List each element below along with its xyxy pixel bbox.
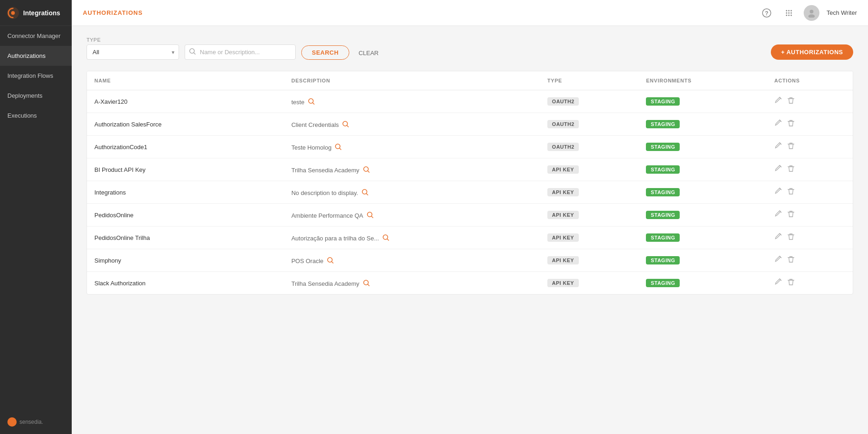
search-input[interactable]	[185, 44, 296, 60]
delete-icon[interactable]	[787, 256, 794, 264]
type-badge: API KEY	[547, 165, 579, 174]
delete-icon[interactable]	[787, 142, 794, 151]
grid-button[interactable]	[781, 6, 796, 20]
sensedia-label: sensedia.	[19, 419, 43, 425]
delete-icon[interactable]	[787, 278, 794, 287]
cell-name: PedidosOnline	[87, 204, 284, 226]
env-badge: STAGING	[646, 97, 680, 106]
topbar: AUTHORIZATIONS ?	[72, 0, 868, 26]
edit-icon[interactable]	[775, 142, 782, 151]
type-select[interactable]: All OAUTH2 API KEY BASIC	[87, 44, 179, 60]
cell-type: OAUTH2	[540, 113, 639, 136]
cell-environment: STAGING	[639, 90, 767, 113]
sidebar-item-integration-flows[interactable]: Integration Flows	[0, 66, 72, 86]
edit-icon[interactable]	[775, 210, 782, 219]
delete-icon[interactable]	[787, 120, 794, 128]
delete-icon[interactable]	[787, 165, 794, 174]
env-badge: STAGING	[646, 143, 680, 151]
type-select-wrapper: All OAUTH2 API KEY BASIC ▾	[87, 44, 179, 60]
type-badge: API KEY	[547, 188, 579, 196]
delete-icon[interactable]	[787, 188, 794, 196]
sidebar-item-deployments[interactable]: Deployments	[0, 86, 72, 106]
cell-environment: STAGING	[639, 272, 767, 295]
svg-line-24	[368, 171, 369, 172]
row-search-icon[interactable]	[367, 212, 373, 220]
cell-type: API KEY	[540, 249, 639, 272]
delete-icon[interactable]	[787, 97, 794, 106]
sensedia-branding: sensedia.	[7, 417, 43, 427]
table-body: A-Xavier120testeOAUTH2STAGINGAuthorizati…	[87, 90, 853, 295]
cell-description: Trilha Sensedia Academy	[284, 273, 540, 294]
svg-point-5	[788, 10, 789, 11]
topbar-actions: ?	[759, 5, 857, 21]
row-search-icon[interactable]	[383, 234, 389, 242]
search-button[interactable]: SEARCH	[301, 45, 349, 60]
row-search-icon[interactable]	[363, 166, 370, 174]
sensedia-dot-icon	[7, 417, 17, 427]
svg-line-30	[387, 239, 389, 240]
cell-description: Teste Homolog	[284, 137, 540, 158]
cell-environment: STAGING	[639, 226, 767, 249]
svg-line-20	[347, 126, 348, 127]
cell-name: BI Product API Key	[87, 158, 284, 181]
table-header-row: NAME DESCRIPTION TYPE ENVIRONMENTS ACTIO…	[87, 71, 853, 90]
row-search-icon[interactable]	[335, 144, 341, 151]
cell-environment: STAGING	[639, 136, 767, 158]
row-search-icon[interactable]	[308, 98, 315, 106]
cell-name: PedidosOnline Trilha	[87, 226, 284, 249]
edit-icon[interactable]	[775, 233, 782, 242]
sidebar-item-executions[interactable]: Executions	[0, 106, 72, 126]
row-search-icon[interactable]	[362, 189, 368, 197]
content-area: Type All OAUTH2 API KEY BASIC ▾	[72, 26, 868, 434]
delete-icon[interactable]	[787, 210, 794, 219]
clear-button[interactable]: CLEAR	[355, 46, 382, 60]
edit-icon[interactable]	[775, 120, 782, 128]
cell-actions	[767, 136, 853, 157]
svg-point-9	[790, 12, 792, 13]
edit-icon[interactable]	[775, 256, 782, 264]
cell-actions	[767, 249, 853, 271]
brand-logo-icon	[6, 6, 19, 19]
type-badge: API KEY	[547, 256, 579, 264]
username-label: Tech Writer	[827, 9, 857, 16]
sidebar-item-connector-manager[interactable]: Connector Manager	[0, 26, 72, 46]
row-search-icon[interactable]	[327, 257, 334, 265]
svg-line-22	[340, 148, 341, 150]
cell-description: POS Oracle	[284, 251, 540, 271]
cell-environment: STAGING	[639, 249, 767, 272]
svg-line-32	[332, 262, 333, 263]
cell-actions	[767, 90, 853, 112]
type-filter-group: Type All OAUTH2 API KEY BASIC ▾	[87, 37, 179, 60]
cell-actions	[767, 113, 853, 135]
row-search-icon[interactable]	[363, 280, 370, 288]
table-row: PedidosOnlineAmbiente Performance QAAPI …	[87, 204, 853, 226]
cell-actions	[767, 272, 853, 294]
add-authorization-button[interactable]: + AUTHORIZATIONS	[771, 44, 853, 60]
svg-point-7	[786, 12, 787, 13]
env-badge: STAGING	[646, 233, 680, 242]
page-title: AUTHORIZATIONS	[83, 9, 143, 16]
cell-name: AuthorizationCode1	[87, 136, 284, 158]
cell-environment: STAGING	[639, 113, 767, 136]
env-badge: STAGING	[646, 279, 680, 287]
cell-type: API KEY	[540, 158, 639, 181]
env-badge: STAGING	[646, 120, 680, 128]
edit-icon[interactable]	[775, 188, 782, 196]
edit-icon[interactable]	[775, 165, 782, 174]
type-badge: OAUTH2	[547, 143, 579, 151]
search-inside-icon	[189, 48, 196, 56]
edit-icon[interactable]	[775, 97, 782, 106]
col-description: DESCRIPTION	[284, 71, 540, 90]
cell-type: API KEY	[540, 204, 639, 226]
edit-icon[interactable]	[775, 278, 782, 287]
avatar[interactable]	[804, 5, 819, 21]
row-search-icon[interactable]	[342, 121, 349, 129]
cell-actions	[767, 204, 853, 226]
table-row: IntegrationsNo description to display.AP…	[87, 181, 853, 204]
delete-icon[interactable]	[787, 233, 794, 242]
help-button[interactable]: ?	[759, 6, 774, 20]
sidebar-footer: sensedia.	[0, 410, 72, 434]
cell-actions	[767, 181, 853, 203]
sidebar-item-authorizations[interactable]: Authorizations	[0, 46, 72, 66]
type-badge: OAUTH2	[547, 97, 579, 106]
